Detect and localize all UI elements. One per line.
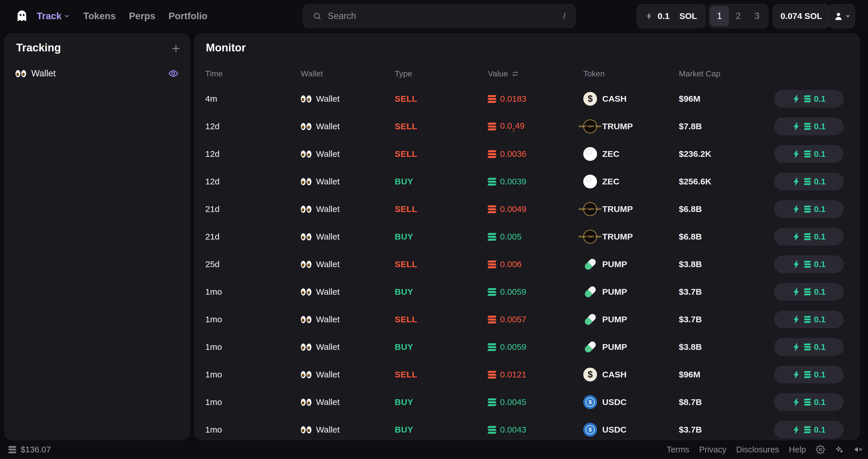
quick-buy-button[interactable]: 0.1 <box>774 283 844 301</box>
quick-buy-amount: 0.1 <box>814 204 826 214</box>
solana-icon <box>804 150 811 157</box>
mute-button[interactable] <box>854 445 863 454</box>
cell-actions: 0.1 <box>774 90 844 108</box>
eyes-emoji-icon <box>301 261 311 268</box>
sol-price: $136.07 <box>9 445 51 454</box>
eyes-emoji-icon <box>301 371 311 378</box>
quick-buy-button[interactable]: 0.1 <box>774 311 844 328</box>
token-symbol: TRUMP <box>602 121 633 131</box>
value-text: 0.0036 <box>500 149 526 159</box>
nav-portfolio[interactable]: Portfolio <box>168 11 208 22</box>
cell-token: USDC <box>583 395 679 409</box>
table-row[interactable]: 1mo Wallet BUY 0.0045 USDC $8.7B 0.1 <box>205 388 849 416</box>
cell-wallet: Wallet <box>301 232 395 241</box>
solana-icon <box>488 316 496 323</box>
privacy-link[interactable]: Privacy <box>699 445 726 454</box>
cell-wallet: Wallet <box>301 315 395 324</box>
table-row[interactable]: 21d Wallet SELL 0.0049 TRUMP $6.8B 0.1 <box>205 195 849 223</box>
cell-time: 1mo <box>205 315 301 324</box>
primary-nav: Track Tokens Perps Portfolio <box>37 0 208 32</box>
cell-value: 0.005 <box>488 232 583 241</box>
quick-buy-button[interactable]: 0.1 <box>774 255 844 273</box>
table-row[interactable]: 21d Wallet BUY 0.005 TRUMP $6.8B 0.1 <box>205 223 849 251</box>
speaker-muted-icon <box>854 445 863 454</box>
nav-perps[interactable]: Perps <box>129 11 155 22</box>
wallet-name: Wallet <box>316 370 340 379</box>
token-symbol: TRUMP <box>602 232 633 241</box>
settings-button[interactable] <box>816 445 825 454</box>
token-symbol: USDC <box>602 425 627 435</box>
quick-buy-button[interactable]: 0.1 <box>774 338 844 356</box>
lightning-bolt-icon <box>792 370 801 379</box>
wallet-name: Wallet <box>316 94 340 104</box>
solana-icon <box>804 123 811 130</box>
token-icon <box>583 368 597 381</box>
search-input[interactable] <box>328 11 557 21</box>
quick-buy-button[interactable]: 0.1 <box>774 228 844 246</box>
table-row[interactable]: 1mo Wallet SELL 0.0057 PUMP $3.7B 0.1 <box>205 306 849 333</box>
cell-type: BUY <box>395 342 488 352</box>
quick-buy-button[interactable]: 0.1 <box>774 200 844 218</box>
value-text: 0.0121 <box>500 370 526 379</box>
quick-buy-button[interactable]: 0.1 <box>774 173 844 191</box>
quick-buy-button[interactable]: 0.1 <box>774 393 844 411</box>
table-row[interactable]: 1mo Wallet BUY 0.0043 USDC $3.7B 0.1 <box>205 416 849 440</box>
solana-icon <box>804 95 811 102</box>
phantom-ghost-logo-icon[interactable] <box>16 9 29 24</box>
cell-type: SELL <box>395 121 488 131</box>
token-icon <box>583 395 597 409</box>
eyes-emoji-icon <box>301 344 311 351</box>
wallet-name: Wallet <box>316 287 340 297</box>
cell-wallet: Wallet <box>301 370 395 379</box>
solana-icon <box>804 233 811 240</box>
preset-2[interactable]: 2 <box>729 6 747 26</box>
preset-3[interactable]: 3 <box>748 6 766 26</box>
wallet-balance-button[interactable]: 0.074 SOL <box>773 4 830 28</box>
sidebar-item-wallet[interactable]: Wallet <box>10 65 185 82</box>
quick-buy-button[interactable]: 0.1 <box>774 366 844 383</box>
search-shortcut-hint: / <box>563 11 565 21</box>
table-row[interactable]: 1mo Wallet SELL 0.0121 CASH $96M 0.1 <box>205 361 849 388</box>
value-text: 0.0049 <box>500 204 526 214</box>
eyes-emoji-icon <box>301 233 311 240</box>
help-link[interactable]: Help <box>789 445 806 454</box>
sol-price-value: $136.07 <box>21 445 51 454</box>
col-header-value[interactable]: Value <box>488 69 583 79</box>
cell-token: PUMP <box>583 340 679 354</box>
quick-buy-button[interactable]: 0.1 <box>774 145 844 163</box>
cell-market-cap: $3.8B <box>679 342 774 352</box>
preset-1[interactable]: 1 <box>710 6 729 26</box>
table-row[interactable]: 1mo Wallet BUY 0.0059 PUMP $3.7B 0.1 <box>205 278 849 306</box>
watch-toggle-button[interactable] <box>168 68 179 79</box>
table-row[interactable]: 12d Wallet BUY 0.0039 ZEC $256.6K 0.1 <box>205 168 849 195</box>
cell-actions: 0.1 <box>774 311 844 328</box>
cell-actions: 0.1 <box>774 366 844 383</box>
table-row[interactable]: 4m Wallet SELL 0.0183 CASH $96M 0.1 <box>205 85 849 113</box>
cell-actions: 0.1 <box>774 283 844 301</box>
add-tracking-button[interactable] <box>171 44 181 55</box>
cell-market-cap: $6.8B <box>679 232 774 241</box>
table-row[interactable]: 12d Wallet SELL 0.0749 TRUMP $7.8B 0.1 <box>205 113 849 140</box>
priority-fee-button[interactable]: 0.1 SOL <box>637 4 706 28</box>
quick-buy-button[interactable]: 0.1 <box>774 421 844 439</box>
lightning-bolt-icon <box>792 122 801 131</box>
nav-tokens[interactable]: Tokens <box>83 11 116 22</box>
quick-buy-button[interactable]: 0.1 <box>774 90 844 108</box>
sparkles-icon <box>835 445 844 454</box>
cell-token: PUMP <box>583 285 679 299</box>
terms-link[interactable]: Terms <box>666 445 689 454</box>
assistant-button[interactable] <box>835 445 844 454</box>
monitor-title: Monitor <box>206 41 246 54</box>
token-symbol: TRUMP <box>602 204 633 214</box>
table-row[interactable]: 25d Wallet SELL 0.006 PUMP $3.8B 0.1 <box>205 251 849 278</box>
account-menu-button[interactable] <box>829 4 855 28</box>
table-row[interactable]: 1mo Wallet BUY 0.0059 PUMP $3.8B 0.1 <box>205 333 849 361</box>
search-bar[interactable]: / <box>303 4 576 28</box>
quick-buy-button[interactable]: 0.1 <box>774 117 844 135</box>
solana-icon <box>488 150 496 158</box>
cell-token: ZEC <box>583 147 679 161</box>
nav-track[interactable]: Track <box>37 11 70 22</box>
disclosures-link[interactable]: Disclosures <box>736 445 779 454</box>
table-row[interactable]: 12d Wallet SELL 0.0036 ZEC $236.2K 0.1 <box>205 140 849 168</box>
solana-icon <box>804 371 811 378</box>
